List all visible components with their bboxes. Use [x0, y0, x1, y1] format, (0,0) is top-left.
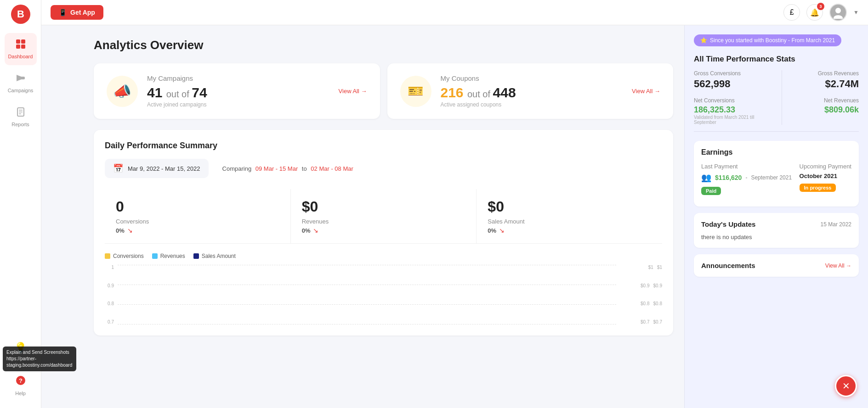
todays-updates-section: Today's Updates 15 Mar 2022 there is no …	[694, 213, 859, 248]
avatar-icon	[832, 6, 845, 19]
metric-sales: $0 Sales Amount 0% ↘	[477, 189, 662, 243]
sales-pct: 0%	[488, 227, 496, 234]
sidebar-item-dashboard[interactable]: Dashboard	[5, 33, 37, 65]
sidebar-item-dashboard-label: Dashboard	[8, 54, 33, 59]
coupons-card: 🎫 My Coupons 216 out of 448 Active assig…	[387, 63, 674, 119]
mobile-icon: 📱	[59, 9, 67, 16]
upcoming-payment-date: October 2021	[800, 173, 851, 179]
gross-conversions-label: Gross Conversions	[694, 70, 776, 77]
coupon-icon: 🎫	[408, 84, 424, 99]
announcements-section: Announcements View All →	[694, 254, 859, 277]
user-avatar-button[interactable]	[829, 4, 847, 21]
revenues-pct: 0%	[302, 227, 311, 234]
earnings-row: Last Payment 👥 $116,620 - September 2021…	[701, 163, 851, 195]
coupons-card-title: My Coupons	[441, 74, 623, 82]
sales-label: Sales Amount	[488, 218, 651, 225]
app-logo[interactable]: B	[11, 5, 30, 24]
help-icon: ?	[15, 375, 26, 389]
campaigns-card-stat: 41 out of 74	[147, 85, 329, 101]
net-revenues-value: $809.06k	[777, 105, 859, 115]
megaphone-icon: 📣	[113, 83, 131, 100]
coupons-card-sub: Active assigned coupons	[441, 101, 623, 108]
bell-icon: 🔔	[810, 8, 819, 17]
get-app-label: Get App	[70, 9, 95, 16]
chart-area: 1 0.9 0.8 0.7 $1$1	[105, 265, 662, 324]
net-conversions-value: 186,325.33	[694, 105, 776, 115]
all-time-stats-section: All Time Performance Stats Gross Convers…	[694, 55, 859, 132]
help-tooltip-line2: https://partner-staging.boostiny.com/das…	[6, 356, 73, 369]
content-area: Analytics Overview 📣 My Campaigns 41 out…	[83, 25, 684, 408]
notification-badge: 3	[817, 3, 824, 10]
revenues-change: 0% ↘	[302, 227, 465, 234]
help-tooltip: Explain and Send Screenshots https://par…	[3, 347, 76, 371]
help-tooltip-line1: Explain and Send Screenshots	[6, 349, 73, 356]
last-payment-date: -	[745, 174, 747, 181]
sidebar-item-help[interactable]: ? Help	[5, 369, 37, 402]
svg-rect-2	[16, 39, 20, 44]
announcements-header: Announcements View All →	[701, 262, 851, 269]
currency-button[interactable]: £	[783, 4, 800, 21]
gross-revenues-label: Gross Revenues	[777, 70, 859, 77]
last-payment-amount: $116,620	[715, 174, 742, 181]
svg-marker-7	[17, 75, 25, 81]
main-content: Analytics Overview 📣 My Campaigns 41 out…	[83, 25, 868, 408]
revenues-value: $0	[302, 198, 465, 215]
campaigns-card-info: My Campaigns 41 out of 74 Active joined …	[147, 74, 329, 108]
payment-icon: 👥	[701, 173, 711, 183]
daily-perf-title: Daily Performance Summary	[105, 141, 662, 151]
chevron-down-icon: ▼	[853, 9, 859, 16]
since-badge-text: Since you started with Boostiny - From M…	[710, 37, 835, 44]
net-revenues-label: Net Revenues	[777, 97, 859, 104]
legend-sales: Sales Amount	[193, 253, 236, 259]
last-payment-label: Last Payment	[701, 163, 792, 170]
net-conversions-label: Net Conversions	[694, 97, 776, 104]
gross-revenues-value: $2.74M	[777, 78, 859, 90]
campaigns-card-icon: 📣	[107, 76, 138, 107]
sales-change: 0% ↘	[488, 227, 651, 234]
floating-action-button[interactable]: ✕	[835, 375, 857, 397]
campaigns-card: 📣 My Campaigns 41 out of 74 Active joine…	[94, 63, 380, 119]
metric-revenues: $0 Revenues 0% ↘	[291, 189, 477, 243]
compare-to-date[interactable]: 02 Mar - 08 Mar	[311, 165, 353, 172]
perf-filters: 📅 Mar 9, 2022 - Mar 15, 2022 Comparing 0…	[105, 159, 662, 178]
inprogress-status-badge: In progress	[800, 184, 836, 192]
svg-text:B: B	[17, 8, 24, 20]
sidebar-item-reports[interactable]: Reports	[5, 101, 37, 133]
no-updates-text: there is no updates	[701, 234, 851, 240]
campaigns-card-sub: Active joined campaigns	[147, 101, 329, 108]
date-range-picker[interactable]: 📅 Mar 9, 2022 - Mar 15, 2022	[105, 159, 209, 178]
coupons-card-stat: 216 out of 448	[441, 85, 623, 101]
earnings-title: Earnings	[701, 148, 851, 156]
coupons-of-label: out of	[467, 89, 493, 99]
legend-conversions-dot	[105, 253, 110, 259]
coupons-view-all-link[interactable]: View All →	[632, 88, 660, 95]
updates-date: 15 Mar 2022	[821, 221, 851, 228]
announcements-view-all-link[interactable]: View All →	[825, 263, 851, 269]
legend-sales-label: Sales Amount	[202, 253, 236, 259]
comparing-text: Comparing 09 Mar - 15 Mar to 02 Mar - 08…	[222, 165, 353, 172]
legend-sales-dot	[193, 253, 199, 259]
reports-icon	[16, 107, 26, 120]
updates-header: Today's Updates 15 Mar 2022	[701, 220, 851, 228]
upcoming-payment-label: Upcoming Payment	[800, 163, 851, 170]
payment-amount-row: 👥 $116,620 - September 2021	[701, 173, 792, 183]
coupons-card-icon: 🎫	[400, 76, 431, 107]
legend-revenues-dot	[152, 253, 158, 259]
right-panel: ⭐ Since you started with Boostiny - From…	[684, 25, 868, 408]
net-conversions-sub: Validated from March 2021 till September	[694, 115, 776, 125]
campaigns-of-label: out of	[166, 89, 192, 99]
campaigns-view-all-link[interactable]: View All →	[339, 88, 367, 95]
svg-point-15	[834, 15, 843, 19]
compare-from-date[interactable]: 09 Mar - 15 Mar	[255, 165, 298, 172]
since-badge: ⭐ Since you started with Boostiny - From…	[694, 34, 841, 46]
calendar-icon: 📅	[113, 163, 123, 173]
currency-label: £	[790, 8, 794, 17]
notifications-button[interactable]: 🔔 3	[806, 4, 823, 21]
get-app-button[interactable]: 📱 Get App	[51, 5, 103, 20]
svg-rect-4	[16, 45, 20, 49]
metric-conversions: 0 Conversions 0% ↘	[105, 189, 291, 243]
sidebar-item-campaigns[interactable]: Campaigns	[5, 67, 37, 99]
date-range-value: Mar 9, 2022 - Mar 15, 2022	[128, 165, 200, 172]
last-payment-month: September 2021	[751, 174, 792, 181]
revenues-arrow-icon: ↘	[313, 227, 318, 234]
